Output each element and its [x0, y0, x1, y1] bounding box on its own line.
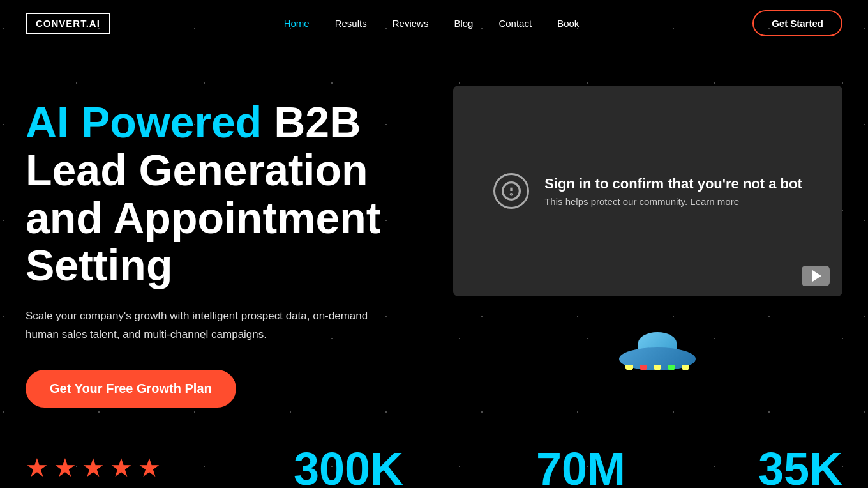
stars-row: ★ ★ ★ ★ ★: [26, 453, 161, 482]
hero-right: Sign in to confirm that you're not a bot…: [453, 86, 842, 296]
alert-circle-icon: [501, 181, 521, 201]
youtube-icon[interactable]: [802, 266, 830, 286]
nav-item-home[interactable]: Home: [284, 18, 310, 29]
nav-item-blog[interactable]: Blog: [454, 18, 473, 29]
hero-left: AI Powered B2B Lead Generation and Appoi…: [26, 86, 447, 408]
learn-more-link[interactable]: Learn more: [690, 196, 739, 207]
star-3: ★: [82, 453, 105, 482]
stars-block: ★ ★ ★ ★ ★ Rated 5 Stars on Clutch: [26, 453, 161, 488]
get-started-button[interactable]: Get Started: [752, 10, 842, 36]
hero-cta-button[interactable]: Get Your Free Growth Plan: [26, 370, 236, 408]
stat-accounts: 70M Account List: [536, 446, 625, 488]
nav-item-book[interactable]: Book: [557, 18, 579, 29]
ufo-decoration: [619, 332, 696, 370]
ufo: [619, 332, 696, 370]
stat-leads: 300K Leads Generated: [294, 446, 403, 488]
warning-subtitle: This helps protect our community. Learn …: [544, 196, 802, 207]
ufo-light-1: [625, 365, 633, 370]
nav-item-contact[interactable]: Contact: [498, 18, 532, 29]
stats-section: ★ ★ ★ ★ ★ Rated 5 Stars on Clutch 300K L…: [0, 408, 868, 488]
ufo-light-4: [668, 365, 675, 370]
bot-warning: Sign in to confirm that you're not a bot…: [493, 173, 802, 209]
hero-section: AI Powered B2B Lead Generation and Appoi…: [0, 47, 868, 408]
hero-subtitle: Scale your company's growth with intelli…: [26, 307, 396, 344]
ufo-light-5: [682, 365, 689, 370]
svg-point-2: [511, 194, 511, 195]
hero-title: AI Powered B2B Lead Generation and Appoi…: [26, 98, 447, 289]
warning-text: Sign in to confirm that you're not a bot…: [544, 176, 802, 207]
ufo-light-2: [640, 365, 647, 370]
nav-links: Home Results Reviews Blog Contact Book: [284, 18, 580, 29]
stat-leads-number: 300K: [294, 446, 403, 488]
ufo-lights: [619, 365, 696, 370]
logo[interactable]: CONVERT.AI: [26, 13, 110, 34]
star-4: ★: [110, 453, 133, 482]
star-2: ★: [54, 453, 77, 482]
star-1: ★: [26, 453, 49, 482]
warning-icon: [493, 173, 529, 209]
ufo-light-3: [654, 365, 661, 370]
nav-item-reviews[interactable]: Reviews: [393, 18, 429, 29]
video-container: Sign in to confirm that you're not a bot…: [453, 86, 842, 296]
nav-item-results[interactable]: Results: [335, 18, 367, 29]
video-inner: Sign in to confirm that you're not a bot…: [474, 154, 821, 228]
star-5: ★: [138, 453, 161, 482]
navbar: CONVERT.AI Home Results Reviews Blog Con…: [0, 0, 868, 47]
stat-demos-number: 35K: [758, 446, 842, 488]
warning-title: Sign in to confirm that you're not a bot: [544, 176, 802, 192]
hero-title-accent: AI Powered: [26, 98, 262, 146]
stat-accounts-number: 70M: [536, 446, 625, 488]
stat-demos: 35K Sales Demos: [758, 446, 842, 488]
